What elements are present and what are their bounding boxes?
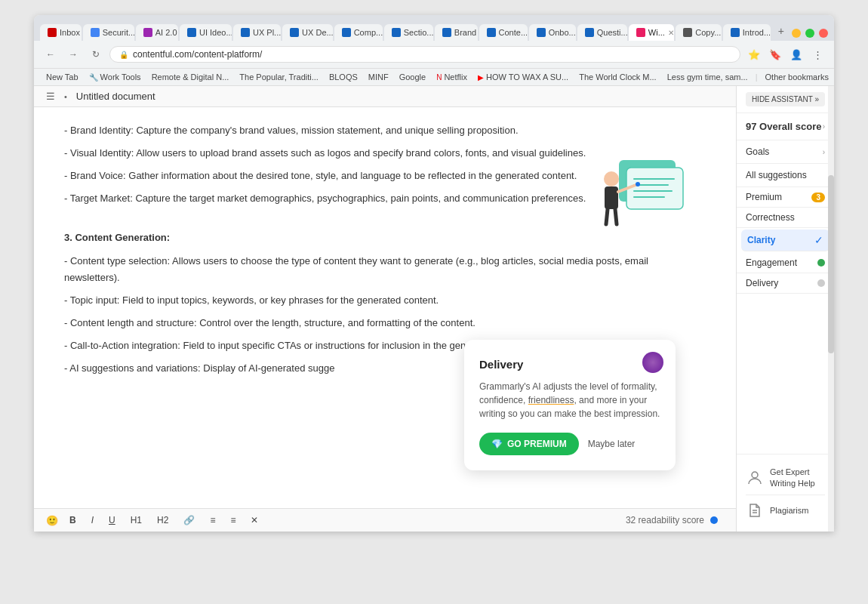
close-button[interactable] (819, 29, 828, 38)
bookmark-label-google: Google (399, 72, 426, 82)
tab-inbox[interactable]: Inbox (40, 24, 82, 41)
goals-section[interactable]: Goals › (737, 140, 834, 164)
svg-point-11 (636, 182, 640, 186)
tab-label-uxde: UX De... (302, 28, 333, 37)
new-tab-button[interactable]: + (772, 21, 790, 41)
tab-label-uidesc: UI Ideo... (199, 28, 232, 37)
tab-uxpl[interactable]: UX Pl... (233, 24, 281, 41)
bookmark-bloqs[interactable]: BLOQS (325, 71, 362, 83)
tab-close-wi[interactable]: ✕ (668, 29, 674, 37)
extension-icon[interactable]: ⭐ (745, 45, 763, 63)
tab-uxde[interactable]: UX De... (282, 24, 333, 41)
hide-assistant-button[interactable]: HIDE ASSISTANT » (746, 92, 825, 106)
delivery-dot (817, 279, 825, 287)
tab-favicon-uxde (290, 28, 299, 37)
tab-onbo[interactable]: Onbo... (529, 24, 576, 41)
bookmark-worldclock[interactable]: The World Clock M... (574, 71, 661, 83)
bold-button[interactable]: B (66, 513, 80, 527)
expert-help-item[interactable]: Get ExpertWriting Help (746, 461, 825, 495)
bookmark-google[interactable]: Google (395, 71, 430, 83)
goals-chevron: › (823, 148, 825, 156)
tab-comp[interactable]: Comp... (334, 24, 383, 41)
grammarly-panel: HIDE ASSISTANT » 97 Overall score › Goal… (736, 86, 834, 532)
emoji-icon[interactable]: 🙂 (46, 515, 58, 526)
svg-point-6 (604, 171, 619, 186)
tab-ai20[interactable]: AI 2.0 (136, 24, 178, 41)
overall-score-item[interactable]: 97 Overall score › (737, 113, 834, 140)
profile-icon[interactable]: 👤 (787, 45, 805, 63)
tab-favicon-uidesc (187, 28, 196, 37)
bookmark-netflix[interactable]: N Netflix (432, 71, 472, 83)
bookmark-worktools[interactable]: 🔧 Work Tools (85, 71, 146, 83)
tab-uidesc[interactable]: UI Ideo... (180, 24, 232, 41)
address-bar[interactable]: 🔒 contentful.com/content-platform/ (109, 46, 740, 63)
correctness-item[interactable]: Correctness (737, 208, 834, 228)
bookmark-other[interactable]: Other bookmarks (761, 71, 833, 83)
tab-favicon-ai20 (143, 28, 152, 37)
bookmarks-bar: New Tab 🔧 Work Tools Remote & Digital N.… (34, 69, 834, 86)
clear-format-button[interactable]: ✕ (247, 513, 262, 527)
delivery-item[interactable]: Delivery (737, 273, 834, 294)
browser-title-bar: Inbox Securit... AI 2.0 UI Ideo... UX Pl… (34, 15, 834, 41)
go-premium-button[interactable]: 💎 GO PREMIUM (479, 433, 579, 455)
underline-button[interactable]: U (105, 513, 119, 527)
tab-security[interactable]: Securit... (83, 24, 134, 41)
back-button[interactable]: ← (42, 45, 60, 63)
browser-toolbar: ← → ↻ 🔒 contentful.com/content-platform/… (34, 41, 834, 69)
tab-copy[interactable]: Copy... (676, 24, 721, 41)
link-button[interactable]: 🔗 (180, 513, 199, 527)
tab-favicon-wi (636, 28, 645, 37)
tab-label-sect: Sectio... (404, 28, 433, 37)
overall-score-value: 97 Overall score (746, 121, 821, 132)
tab-favicon-sect (392, 28, 401, 37)
italic-button[interactable]: I (88, 513, 97, 527)
forward-button[interactable]: → (64, 45, 82, 63)
h1-button[interactable]: H1 (127, 513, 146, 527)
delivery-label: Delivery (746, 278, 778, 288)
tab-quest[interactable]: Questi... (577, 24, 627, 41)
ordered-list-button[interactable]: ≡ (206, 513, 219, 527)
engagement-item[interactable]: Engagement (737, 253, 834, 273)
tab-conte[interactable]: Conte... (479, 24, 528, 41)
panel-bottom: Get ExpertWriting Help Plagiarism (737, 454, 834, 532)
doc-content[interactable]: - Brand Identity: Capture the company's … (34, 107, 736, 508)
expert-help-icon (746, 469, 764, 487)
bullet-icon[interactable]: • (64, 92, 67, 101)
tab-favicon-security (91, 28, 100, 37)
tab-brand[interactable]: Brand (435, 24, 478, 41)
tab-intro[interactable]: Introd... (723, 24, 771, 41)
svg-line-9 (606, 209, 608, 224)
expert-help-label: Get ExpertWriting Help (770, 467, 815, 488)
h2-button[interactable]: H2 (153, 513, 172, 527)
panel-scrollbar[interactable] (828, 86, 834, 532)
bookmark-icon[interactable]: 🔖 (766, 45, 784, 63)
reload-button[interactable]: ↻ (87, 45, 105, 63)
bookmark-remote[interactable]: Remote & Digital N... (147, 71, 234, 83)
maybe-later-button[interactable]: Maybe later (588, 439, 636, 449)
tab-label-intro: Introd... (743, 28, 771, 37)
bookmark-newtab[interactable]: New Tab (42, 71, 83, 83)
bookmark-label-minf: MINF (368, 72, 389, 82)
tab-wi[interactable]: Wi... ✕ (629, 24, 674, 41)
plagiarism-item[interactable]: Plagiarism (746, 495, 825, 525)
maximize-button[interactable] (805, 29, 814, 38)
tab-sect[interactable]: Sectio... (384, 24, 433, 41)
menu-icon[interactable]: ⋮ (808, 45, 826, 63)
premium-item[interactable]: Premium 3 (737, 187, 834, 208)
minimize-button[interactable] (792, 29, 801, 38)
bookmark-popular[interactable]: The Popular, Traditi... (235, 71, 323, 83)
document-area: ☰ • Untitled document (34, 86, 736, 532)
bookmark-wax[interactable]: ▶ HOW TO WAX A SU... (473, 71, 573, 83)
bookmark-minf[interactable]: MINF (364, 71, 393, 83)
clarity-item[interactable]: Clarity ✓ (741, 230, 830, 251)
svg-rect-7 (605, 186, 618, 209)
bookmark-lessgym[interactable]: Less gym time, sam... (663, 71, 753, 83)
delivery-popup: Delivery Grammarly's AI adjusts the leve… (464, 340, 676, 471)
premium-label: Premium (746, 192, 782, 202)
readability-score[interactable]: 32 readability score (626, 515, 704, 525)
menu-hamburger-icon[interactable]: ☰ (46, 91, 55, 102)
unordered-list-button[interactable]: ≡ (226, 513, 239, 527)
tab-label-ai20: AI 2.0 (155, 28, 177, 37)
all-suggestions-section[interactable]: All suggestions (737, 164, 834, 187)
tab-label-conte: Conte... (499, 28, 528, 37)
